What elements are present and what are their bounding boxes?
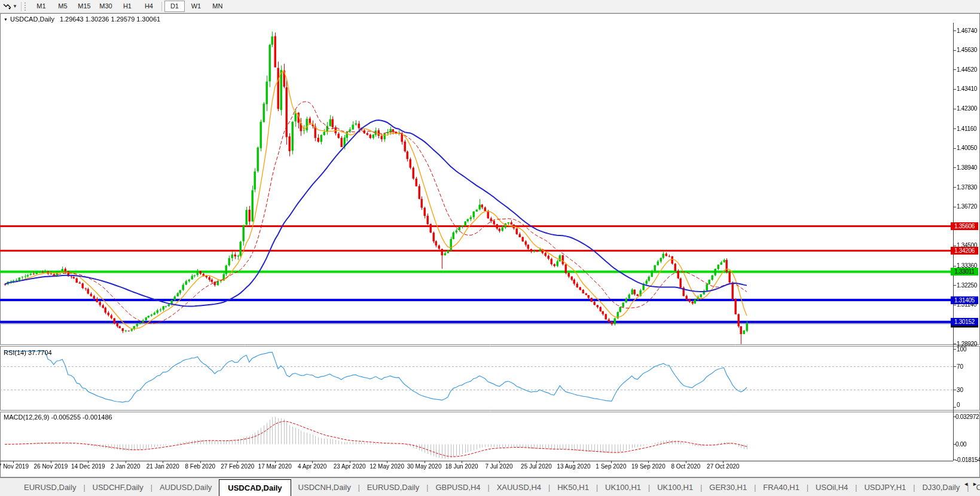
chart-tabs: EURUSD,Daily|USDCHF,Daily|AUDUSD,DailyUS…	[17, 478, 980, 496]
chart-menu-icon[interactable]: ▼	[4, 17, 8, 22]
timeframe-button-MN[interactable]: MN	[207, 1, 228, 12]
chart-tab-USDCNH-Daily[interactable]: USDCNH,Daily	[291, 480, 358, 495]
tab-scroll-arrows: ◄ ►	[963, 481, 978, 487]
chart-tab-GBPUSD-H4[interactable]: GBPUSD,H4	[428, 480, 487, 495]
chart-cursor-icon[interactable]	[2, 2, 12, 11]
price-axis[interactable]	[953, 23, 980, 461]
mt4-terminal: ▼ M1M5M15M30H1H4D1W1MN ▼USDCAD,Daily1.29…	[0, 0, 980, 496]
rsi-pane[interactable]	[0, 347, 953, 410]
timeframe-button-M15[interactable]: M15	[74, 1, 94, 12]
chart-tab-EURUSD-Daily[interactable]: EURUSD,Daily	[17, 480, 83, 495]
timeframe-button-D1[interactable]: D1	[164, 1, 185, 12]
price-level-badge: 1.34206	[951, 247, 978, 255]
toolbar-separator	[21, 2, 22, 11]
macd-pane[interactable]	[0, 412, 953, 461]
timeframe-button-H1[interactable]: H1	[117, 1, 138, 12]
time-axis[interactable]	[0, 461, 953, 475]
timeframe-button-M30[interactable]: M30	[96, 1, 116, 12]
price-level-badge: 1.31405	[951, 296, 978, 304]
chart-tab-UK100-H1[interactable]: UK100,H1	[598, 480, 648, 495]
timeframe-button-W1[interactable]: W1	[186, 1, 206, 12]
chart-tab-AUDUSD-Daily[interactable]: AUDUSD,Daily	[152, 480, 219, 495]
chart-tab-USDCHF-Daily[interactable]: USDCHF,Daily	[86, 480, 151, 495]
toolbar-drag-grip[interactable]	[25, 2, 28, 11]
chart-tab-FRA40-H1[interactable]: FRA40,H1	[756, 480, 807, 495]
chart-tab-DJ30-Daily[interactable]: DJ30,Daily	[915, 480, 967, 495]
timeframe-button-M5[interactable]: M5	[53, 1, 73, 12]
toolbar-separator	[161, 2, 162, 11]
tab-scroll-left-icon[interactable]: ◄	[963, 481, 969, 487]
chart-tab-UK100-H1[interactable]: UK100,H1	[650, 480, 700, 495]
price-level-badge: 1.33011	[951, 268, 978, 275]
main-price-pane[interactable]	[0, 23, 953, 344]
chart-tab-HK50-H1[interactable]: HK50,H1	[550, 480, 596, 495]
chevron-down-icon[interactable]: ▼	[13, 4, 17, 9]
chart-symbol-period: USDCAD,Daily	[10, 16, 54, 23]
timeframe-toolbar: ▼ M1M5M15M30H1H4D1W1MN	[0, 0, 980, 13]
timeframe-button-M1[interactable]: M1	[31, 1, 51, 12]
chart-tab-EURUSD-Daily[interactable]: EURUSD,Daily	[360, 480, 426, 495]
chart-tab-bar: EURUSD,Daily|USDCHF,Daily|AUDUSD,DailyUS…	[0, 477, 980, 496]
chart-tab-GER30-H1[interactable]: GER30,H1	[702, 480, 754, 495]
chart-tab-USOil-H4[interactable]: USOil,H4	[808, 480, 855, 495]
chart-tab-USDCAD-Daily[interactable]: USDCAD,Daily	[219, 479, 291, 496]
price-level-badge: 1.30152	[951, 318, 978, 326]
tab-scroll-right-icon[interactable]: ►	[972, 481, 978, 487]
timeframe-button-H4[interactable]: H4	[139, 1, 159, 12]
price-level-badge: 1.35606	[951, 222, 978, 230]
chart-tab-XAUUSD-H4[interactable]: XAUUSD,H4	[490, 480, 548, 495]
chart-ohlc-values: 1.29643 1.30236 1.29579 1.30061	[60, 16, 160, 23]
timeframe-buttons: M1M5M15M30H1H4D1W1MN	[30, 1, 228, 12]
chart-tab-USDJPY-H1[interactable]: USDJPY,H1	[857, 480, 913, 495]
